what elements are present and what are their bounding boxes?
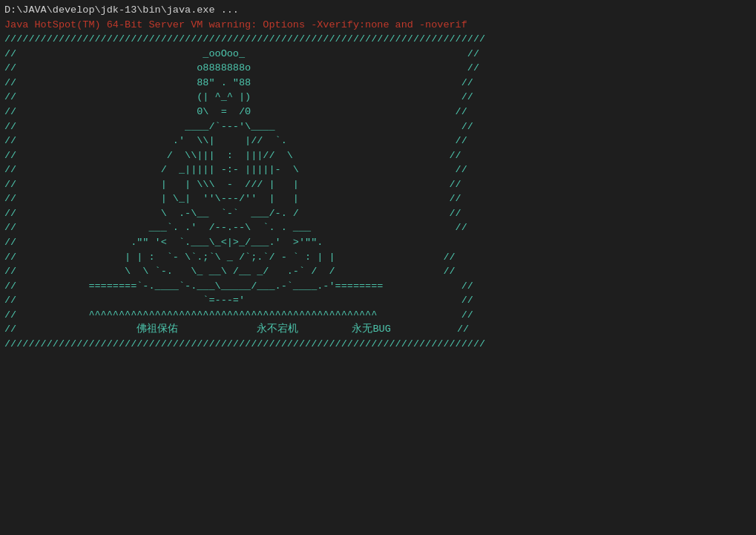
ascii-line: // / \\||| : |||// \ // — [4, 148, 752, 163]
ascii-line: // 0\ = /0 // — [4, 105, 752, 119]
ascii-line: // `=---=' // — [4, 293, 752, 308]
ascii-line: ////////////////////////////////////////… — [4, 337, 752, 352]
ascii-line: // / _||||| -:- |||||- \ // — [4, 163, 752, 177]
ascii-art: // _ooOoo_ //// o8888888o //// 88" . "88 — [4, 47, 752, 352]
divider-top: ////////////////////////////////////////… — [4, 32, 752, 47]
ascii-line: // ^^^^^^^^^^^^^^^^^^^^^^^^^^^^^^^^^^^^^… — [4, 308, 752, 323]
ascii-line: // | | : `- \`.;`\ _ /`;.`/ - ` : | | // — [4, 250, 752, 265]
path-line: D:\JAVA\develop\jdk-13\bin\java.exe ... — [4, 3, 752, 18]
terminal-window: D:\JAVA\develop\jdk-13\bin\java.exe ... … — [0, 0, 756, 355]
ascii-line: // ___`. .' /--.--\ `. . ___ // — [4, 220, 752, 235]
ascii-line: // | \_| ''\---/'' | | // — [4, 191, 752, 206]
ascii-line: // ========`-.____`-.___\_____/___.-`___… — [4, 279, 752, 294]
ascii-line: // o8888888o // — [4, 61, 752, 76]
ascii-line: // ____/`---'\____ // — [4, 119, 752, 134]
ascii-line: // \ \ `-. \_ __\ /__ _/ .-` / / // — [4, 264, 752, 279]
ascii-line: // | | \\\ - /// | | // — [4, 177, 752, 192]
ascii-line: // ."" '< `.___\_<|>_/___.' >'"". — [4, 235, 752, 250]
ascii-line: // _ooOoo_ // — [4, 47, 752, 62]
ascii-line: // 佛祖保佑 永不宕机 永无BUG // — [4, 322, 752, 337]
ascii-line: // \ .-\__ `-` ___/-. / // — [4, 206, 752, 221]
ascii-line: // .' \\| |// `. // — [4, 134, 752, 148]
warning-line: Java HotSpot(TM) 64-Bit Server VM warnin… — [4, 18, 752, 33]
ascii-line: // (| ^_^ |) // — [4, 90, 752, 105]
ascii-line: // 88" . "88 // — [4, 76, 752, 91]
